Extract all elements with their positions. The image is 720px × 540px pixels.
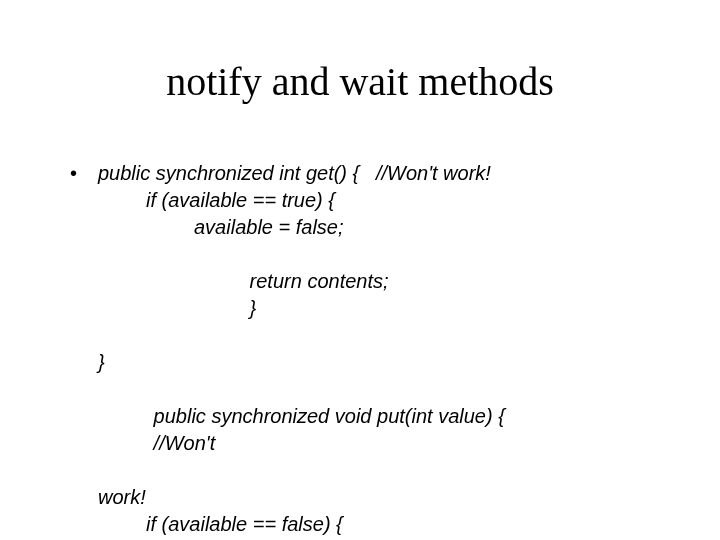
slide-body: • public synchronized int get() { //Won'… — [70, 160, 670, 540]
code-block: public synchronized int get() { //Won't … — [98, 160, 670, 540]
code-line: return contents; } — [98, 241, 670, 349]
code-line: public synchronized int get() { //Won't … — [98, 160, 670, 187]
code-line: available = false; — [98, 214, 670, 241]
code-text: return contents; — [250, 268, 490, 295]
code-line: if (available == false) { — [98, 511, 670, 538]
code-text: public synchronized void put(int value) … — [154, 403, 564, 430]
bullet-item: • public synchronized int get() { //Won'… — [70, 160, 670, 540]
bullet-marker: • — [70, 160, 98, 540]
code-line: public synchronized void put(int value) … — [98, 376, 670, 484]
comment-text: //Won't — [154, 432, 216, 454]
slide: notify and wait methods • public synchro… — [0, 0, 720, 540]
code-line: } — [98, 349, 670, 376]
code-line: if (available == true) { — [98, 187, 670, 214]
slide-title: notify and wait methods — [0, 58, 720, 105]
code-line: work! — [98, 484, 670, 511]
closing-brace: } — [250, 297, 257, 319]
